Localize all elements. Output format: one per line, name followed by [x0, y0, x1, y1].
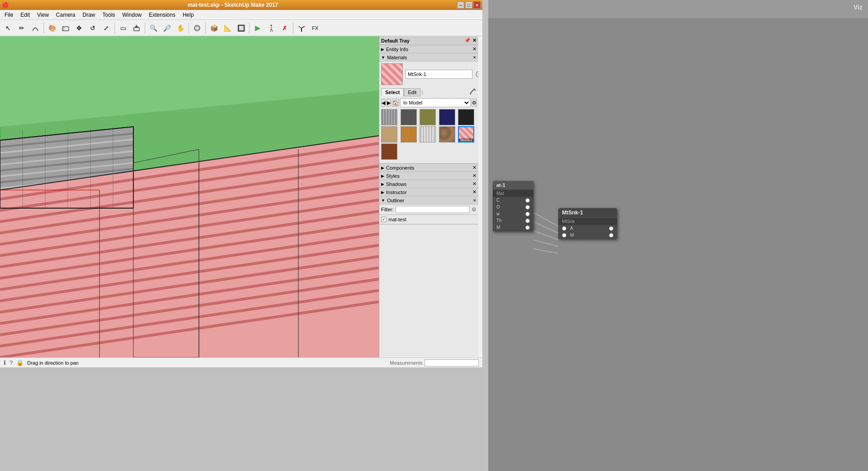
material-cell-5[interactable] — [458, 109, 474, 125]
minimize-button[interactable]: ─ — [457, 1, 464, 9]
styles-close[interactable]: ✕ — [472, 173, 476, 179]
tool-scale[interactable]: ⤢ — [100, 22, 113, 34]
tool-walk[interactable]: 🚶 — [265, 22, 278, 34]
node-card-right[interactable]: MtSnk-1 MtSnk A M — [558, 208, 617, 239]
menu-help[interactable]: Help — [180, 11, 197, 19]
node-port-m-right — [609, 233, 613, 238]
svg-line-60 — [533, 231, 558, 240]
shadows-section[interactable]: ▶ Shadows ✕ — [379, 180, 478, 188]
tool-move[interactable]: ✥ — [73, 22, 85, 34]
node-right-subheader: MtSnk — [558, 218, 617, 225]
instructor-arrow: ▶ — [381, 190, 384, 195]
shadows-close[interactable]: ✕ — [472, 181, 476, 187]
node-card-left[interactable]: at-1 Mat C O w Th — [493, 181, 533, 232]
menu-edit[interactable]: Edit — [18, 11, 33, 19]
menu-camera[interactable]: Camera — [53, 11, 78, 19]
close-button[interactable]: ✕ — [473, 1, 481, 9]
node-port-m-left — [562, 233, 566, 238]
tool-pan[interactable]: ✋ — [174, 22, 187, 34]
connections-svg — [488, 18, 868, 471]
tool-3d-warehouse[interactable]: 📦 — [208, 22, 220, 34]
material-cell-9[interactable] — [439, 126, 455, 143]
components-close[interactable]: ✕ — [472, 165, 476, 171]
menu-file[interactable]: File — [2, 11, 16, 19]
components-section[interactable]: ▶ Components ✕ — [379, 164, 478, 172]
tool-fx[interactable]: FX — [309, 22, 321, 34]
tool-arc[interactable] — [29, 22, 42, 34]
tool-play[interactable]: ▶ — [251, 22, 264, 34]
filter-input[interactable] — [396, 206, 470, 213]
tree-item-mat-test[interactable]: ✓ mat-test — [381, 216, 476, 223]
node-right-row-m: M — [558, 232, 617, 238]
material-cell-1[interactable] — [381, 109, 397, 125]
material-cell-7[interactable] — [401, 126, 417, 143]
instructor-section[interactable]: ▶ Instructor ✕ — [379, 188, 478, 196]
nav-forward[interactable]: ▶ — [387, 99, 391, 107]
material-cell-10[interactable]: MtSnk-1 — [458, 126, 474, 143]
materials-section-header[interactable]: ▼ Materials ✕ — [379, 53, 478, 62]
tool-stop[interactable]: ✗ — [278, 22, 291, 34]
viewport-canvas[interactable] — [0, 36, 379, 357]
nav-back[interactable]: ◀ — [381, 99, 386, 107]
svg-point-5 — [194, 27, 200, 29]
instructor-close[interactable]: ✕ — [472, 189, 476, 195]
status-icon-lock[interactable]: 🔒 — [16, 359, 24, 366]
filter-icon[interactable]: ⚙ — [472, 206, 476, 213]
tool-push-pull[interactable] — [130, 22, 143, 34]
tool-paint[interactable]: 🎨 — [46, 22, 58, 34]
outliner-close[interactable]: ✕ — [473, 198, 476, 203]
tool-erase[interactable] — [59, 22, 72, 34]
tool-rect[interactable]: ▭ — [117, 22, 129, 34]
entity-info-close[interactable]: ✕ — [472, 46, 476, 52]
tray-close-icon[interactable]: ✕ — [472, 38, 476, 43]
toolbar-sep-4 — [189, 23, 189, 33]
material-name-input[interactable] — [406, 70, 472, 79]
tool-select[interactable]: ↖ — [2, 22, 14, 34]
tab-edit[interactable]: Edit — [404, 88, 420, 96]
material-category-select[interactable]: In Model Asphalt and Concrete Brick, Cla… — [400, 98, 471, 107]
tool-pencil[interactable]: ✏ — [15, 22, 28, 34]
eyedropper-button[interactable] — [469, 88, 476, 96]
material-cell-11[interactable] — [381, 143, 397, 160]
maximize-button[interactable]: □ — [465, 1, 472, 9]
tray-pin-icon[interactable]: 📌 — [464, 38, 471, 43]
tree-checkbox[interactable]: ✓ — [381, 217, 387, 222]
material-sample-icon[interactable] — [475, 70, 478, 79]
material-cell-3[interactable] — [420, 109, 436, 125]
tool-component[interactable]: 📐 — [221, 22, 234, 34]
tool-zoom-window[interactable]: 🔎 — [160, 22, 173, 34]
tool-axes[interactable] — [295, 22, 308, 34]
tool-rotate[interactable]: ↺ — [86, 22, 99, 34]
tool-orbit[interactable] — [191, 22, 203, 34]
nav-home[interactable]: 🏠 — [392, 99, 399, 107]
nav-options[interactable]: ⚙ — [472, 99, 477, 107]
status-icon-help[interactable]: ? — [9, 359, 13, 366]
tool-group[interactable]: 🔲 — [235, 22, 247, 34]
menu-extensions[interactable]: Extensions — [146, 11, 178, 19]
material-cell-8[interactable] — [420, 126, 436, 143]
material-preview — [381, 63, 476, 85]
viz-title: Viz — [854, 4, 863, 11]
styles-section[interactable]: ▶ Styles ✕ — [379, 172, 478, 180]
title-bar: 🔴 mat-test.skp - SketchUp Make 2017 ─ □ … — [0, 0, 482, 10]
styles-arrow: ▶ — [381, 174, 384, 178]
outliner-section-header[interactable]: ▼ Outliner ✕ — [379, 196, 478, 205]
tab-select[interactable]: Select — [381, 88, 404, 96]
node-graph-area[interactable]: at-1 Mat C O w Th — [488, 18, 868, 471]
tool-zoom[interactable]: 🔍 — [147, 22, 160, 34]
menu-draw[interactable]: Draw — [80, 11, 98, 19]
menu-window[interactable]: Window — [120, 11, 145, 19]
material-cell-2[interactable] — [401, 109, 417, 125]
measurements-input[interactable] — [425, 359, 479, 366]
entity-info-section[interactable]: ▶ Entity Info ✕ — [379, 45, 478, 53]
status-icon-info[interactable]: ℹ — [4, 359, 6, 366]
3d-viewport[interactable] — [0, 36, 379, 357]
material-cell-10-label: MtSnk-1 — [459, 138, 473, 142]
material-tabs: Select Edit | — [381, 88, 476, 96]
menu-view[interactable]: View — [34, 11, 52, 19]
menu-tools[interactable]: Tools — [100, 11, 118, 19]
materials-close[interactable]: ✕ — [473, 55, 476, 60]
svg-line-55 — [474, 89, 476, 90]
material-cell-6[interactable] — [381, 126, 397, 143]
material-cell-4[interactable] — [439, 109, 455, 125]
